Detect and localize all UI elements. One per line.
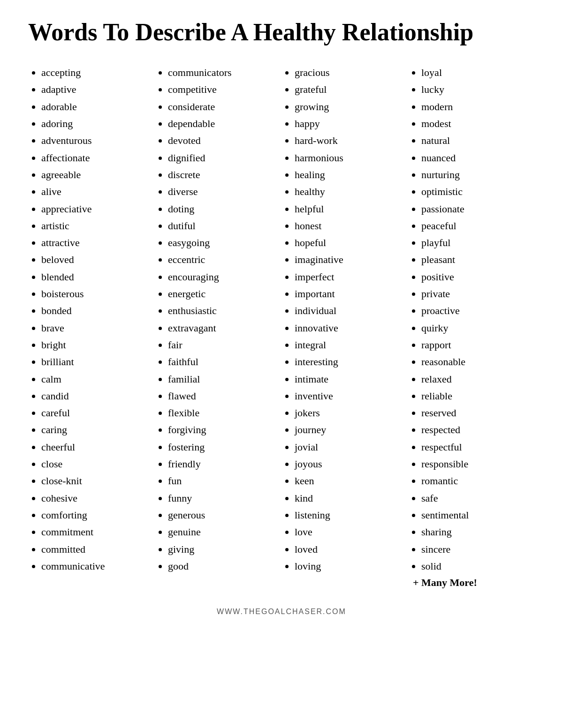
list-item: modern — [421, 98, 530, 115]
list-item: calm — [41, 371, 150, 388]
word-list-2: communicatorscompetitiveconsideratedepen… — [155, 64, 277, 575]
list-item: jovial — [295, 439, 403, 456]
list-item: eccentric — [168, 251, 277, 268]
list-item: caring — [41, 421, 150, 438]
word-list-4: loyalluckymodernmodestnaturalnuancednurt… — [408, 64, 530, 575]
list-item: sharing — [421, 524, 530, 540]
list-item: healing — [295, 166, 403, 183]
list-item: reliable — [421, 388, 530, 405]
list-item: helpful — [295, 201, 403, 218]
list-item: pleasant — [421, 251, 530, 268]
list-item: committed — [41, 541, 150, 558]
list-item: cohesive — [41, 490, 150, 507]
list-item: passionate — [421, 201, 530, 218]
list-item: modest — [421, 115, 530, 132]
column-2: communicatorscompetitiveconsideratedepen… — [155, 64, 282, 575]
list-item: encouraging — [168, 269, 277, 285]
list-item: familial — [168, 371, 277, 388]
list-item: funny — [168, 490, 277, 507]
list-item: respectful — [421, 439, 530, 456]
list-item: private — [421, 285, 530, 302]
list-item: bonded — [41, 302, 150, 319]
list-item: safe — [421, 490, 530, 507]
list-item: fostering — [168, 439, 277, 456]
list-item: appreciative — [41, 201, 150, 218]
list-item: competitive — [168, 81, 277, 98]
list-item: energetic — [168, 285, 277, 302]
list-item: love — [295, 524, 403, 540]
list-item: harmonious — [295, 150, 403, 166]
list-item: sincere — [421, 541, 530, 558]
list-item: proactive — [421, 302, 530, 319]
list-item: genuine — [168, 524, 277, 540]
list-item: responsible — [421, 456, 530, 473]
list-item: relaxed — [421, 371, 530, 388]
word-list-1: acceptingadaptiveadorableadoringadventur… — [28, 64, 150, 575]
word-list-3: graciousgratefulgrowinghappyhard-workhar… — [282, 64, 403, 575]
list-item: imaginative — [295, 251, 403, 268]
list-item: adoring — [41, 115, 150, 132]
list-item: quirky — [421, 320, 530, 337]
list-item: positive — [421, 269, 530, 285]
column-1: acceptingadaptiveadorableadoringadventur… — [28, 64, 155, 575]
list-item: adventurous — [41, 132, 150, 149]
list-item: faithful — [168, 353, 277, 370]
list-item: friendly — [168, 456, 277, 473]
list-item: discrete — [168, 166, 277, 183]
page-title: Words To Describe A Healthy Relationship — [28, 19, 535, 45]
list-item: lucky — [421, 81, 530, 98]
list-item: candid — [41, 388, 150, 405]
list-item: kind — [295, 490, 403, 507]
list-item: brave — [41, 320, 150, 337]
more-text: + Many More! — [408, 577, 530, 589]
list-item: dignified — [168, 150, 277, 166]
list-item: blended — [41, 269, 150, 285]
list-item: giving — [168, 541, 277, 558]
list-item: playful — [421, 234, 530, 251]
list-item: intimate — [295, 371, 403, 388]
list-item: respected — [421, 421, 530, 438]
list-item: loving — [295, 558, 403, 575]
list-item: close-knit — [41, 473, 150, 489]
column-4: loyalluckymodernmodestnaturalnuancednurt… — [408, 64, 535, 589]
list-item: flexible — [168, 405, 277, 421]
list-item: extravagant — [168, 320, 277, 337]
list-item: hopeful — [295, 234, 403, 251]
list-item: romantic — [421, 473, 530, 489]
list-item: generous — [168, 507, 277, 524]
list-item: easygoing — [168, 234, 277, 251]
list-item: careful — [41, 405, 150, 421]
list-item: interesting — [295, 353, 403, 370]
list-item: forgiving — [168, 421, 277, 438]
list-item: adaptive — [41, 81, 150, 98]
list-item: nuanced — [421, 150, 530, 166]
list-item: comforting — [41, 507, 150, 524]
list-item: alive — [41, 183, 150, 200]
list-item: considerate — [168, 98, 277, 115]
list-item: attractive — [41, 234, 150, 251]
list-item: good — [168, 558, 277, 575]
list-item: loyal — [421, 64, 530, 81]
list-item: honest — [295, 218, 403, 234]
list-item: enthusiastic — [168, 302, 277, 319]
list-item: jokers — [295, 405, 403, 421]
list-item: commitment — [41, 524, 150, 540]
list-item: sentimental — [421, 507, 530, 524]
list-item: natural — [421, 132, 530, 149]
list-item: reasonable — [421, 353, 530, 370]
list-item: bright — [41, 337, 150, 353]
list-item: keen — [295, 473, 403, 489]
list-item: cheerful — [41, 439, 150, 456]
list-item: beloved — [41, 251, 150, 268]
columns-container: acceptingadaptiveadorableadoringadventur… — [28, 64, 535, 589]
list-item: communicators — [168, 64, 277, 81]
list-item: innovative — [295, 320, 403, 337]
list-item: fair — [168, 337, 277, 353]
list-item: gracious — [295, 64, 403, 81]
list-item: rapport — [421, 337, 530, 353]
list-item: growing — [295, 98, 403, 115]
list-item: communicative — [41, 558, 150, 575]
list-item: reserved — [421, 405, 530, 421]
list-item: adorable — [41, 98, 150, 115]
list-item: doting — [168, 201, 277, 218]
